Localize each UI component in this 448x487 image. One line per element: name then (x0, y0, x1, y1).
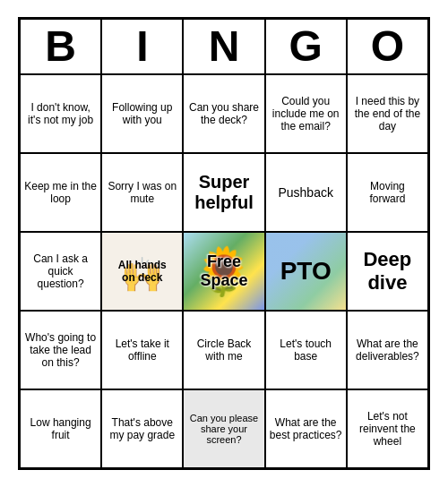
bingo-cell-r0c3[interactable]: Could you include me on the email? (265, 74, 347, 153)
bingo-cell-r0c2[interactable]: Can you share the deck? (183, 74, 264, 153)
bingo-cell-r3c3[interactable]: Let's touch base (265, 311, 347, 389)
bingo-grid: I don't know, it's not my jobFollowing u… (20, 74, 428, 468)
header-letter-b: B (20, 19, 101, 74)
bingo-cell-r3c2[interactable]: Circle Back with me (183, 311, 264, 389)
bingo-cell-r2c4[interactable]: Deep dive (347, 232, 428, 311)
bingo-cell-r2c0[interactable]: Can I ask a quick question? (20, 232, 101, 311)
bingo-cell-r1c1[interactable]: Sorry I was on mute (101, 153, 183, 232)
bingo-cell-r0c4[interactable]: I need this by the end of the day (347, 74, 428, 153)
header-letter-i: I (101, 19, 183, 74)
bingo-header: BINGO (20, 19, 428, 74)
bingo-cell-r2c2[interactable]: 🌻Free Space (183, 232, 264, 311)
bingo-card: BINGO I don't know, it's not my jobFollo… (18, 17, 430, 470)
bingo-cell-r4c1[interactable]: That's above my pay grade (101, 389, 183, 468)
bingo-cell-r0c0[interactable]: I don't know, it's not my job (20, 74, 101, 153)
bingo-cell-r1c3[interactable]: Pushback (265, 153, 347, 232)
bingo-cell-r4c4[interactable]: Let's not reinvent the wheel (347, 389, 428, 468)
bingo-cell-r3c0[interactable]: Who's going to take the lead on this? (20, 311, 101, 389)
header-letter-g: G (265, 19, 347, 74)
bingo-cell-r2c3[interactable]: PTO (265, 232, 347, 311)
bingo-cell-r4c2[interactable]: Can you please share your screen? (183, 389, 264, 468)
bingo-cell-r3c4[interactable]: What are the deliverables? (347, 311, 428, 389)
bingo-cell-r4c0[interactable]: Low hanging fruit (20, 389, 101, 468)
header-letter-o: O (347, 19, 428, 74)
bingo-cell-r2c1[interactable]: 🙌All handson deck (101, 232, 183, 311)
bingo-cell-r4c3[interactable]: What are the best practices? (265, 389, 347, 468)
header-letter-n: N (183, 19, 264, 74)
bingo-cell-r1c2[interactable]: Super helpful (183, 153, 264, 232)
bingo-cell-r3c1[interactable]: Let's take it offline (101, 311, 183, 389)
bingo-cell-r1c0[interactable]: Keep me in the loop (20, 153, 101, 232)
bingo-cell-r0c1[interactable]: Following up with you (101, 74, 183, 153)
bingo-cell-r1c4[interactable]: Moving forward (347, 153, 428, 232)
